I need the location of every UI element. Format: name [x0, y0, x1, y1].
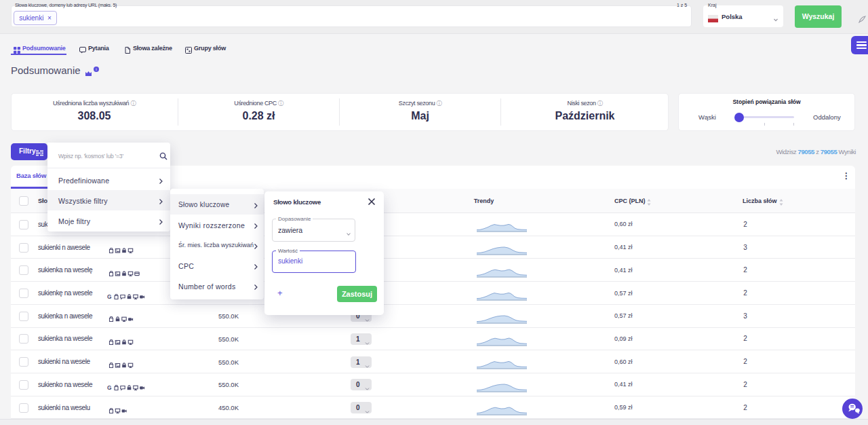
svg-text:G: G — [107, 294, 112, 300]
svg-text:G: G — [107, 385, 112, 391]
